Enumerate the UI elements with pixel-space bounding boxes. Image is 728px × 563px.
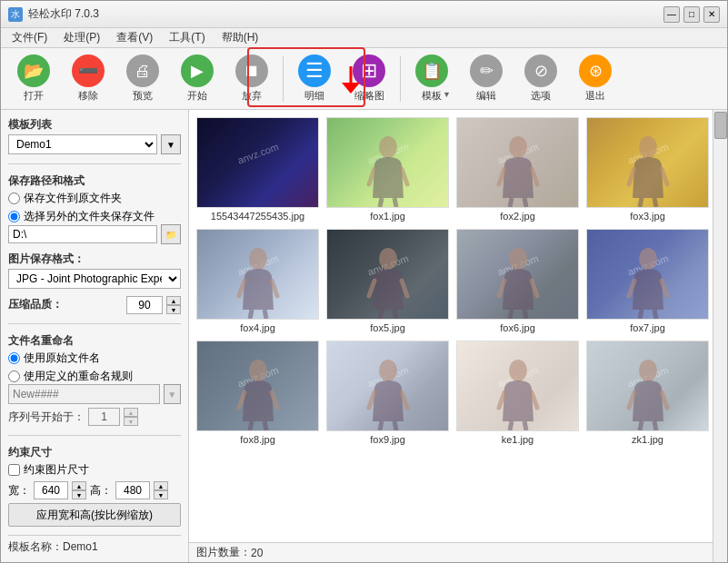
image-filename: 15543447255435.jpg [211, 211, 304, 222]
preview-button[interactable]: 🖨 预览 [117, 53, 168, 105]
format-select[interactable]: JPG - Joint Photographic Experts [8, 269, 181, 289]
constraint-checkbox[interactable] [8, 464, 20, 476]
image-filename: fox6.jpg [500, 322, 535, 333]
template-select[interactable]: Demo1 [8, 134, 157, 154]
menu-file[interactable]: 文件(F) [5, 28, 55, 47]
list-item[interactable]: anvz.com fox5.jpg [326, 229, 449, 333]
sequence-row: 序列号开始于： ▲ ▼ [8, 408, 181, 426]
svg-point-17 [249, 248, 267, 270]
menu-view[interactable]: 查看(V) [109, 28, 160, 47]
start-icon: ▶ [181, 54, 214, 87]
rename-option1-item[interactable]: 使用原始文件名 [8, 351, 181, 366]
list-item[interactable]: anvz.com fox3.jpg [586, 117, 709, 222]
rename-option1-radio[interactable] [8, 352, 20, 364]
preview-label: 预览 [133, 89, 153, 103]
template-dropdown-btn[interactable]: ▼ [161, 134, 181, 154]
save-option2-radio[interactable] [8, 211, 20, 222]
template-icon: 📋 [415, 54, 448, 87]
rename-option2-item[interactable]: 使用定义的重命名规则 [8, 369, 181, 384]
start-button[interactable]: ▶ 开始 [172, 53, 223, 105]
image-filename: fox9.jpg [370, 434, 405, 445]
constraint-check-item[interactable]: 约束图片尺寸 [8, 462, 181, 478]
quit-button[interactable]: ⊛ 退出 [570, 53, 621, 105]
menu-tools[interactable]: 工具(T) [162, 28, 212, 47]
height-label: 高： [90, 483, 112, 499]
quit-label: 退出 [585, 89, 605, 103]
path-input[interactable] [8, 225, 157, 243]
quality-down[interactable]: ▼ [166, 305, 181, 314]
quality-input[interactable] [126, 296, 163, 314]
list-item[interactable]: anvz.com fox7.jpg [586, 229, 709, 333]
browse-button[interactable]: 📁 [161, 224, 181, 244]
image-filename: fox7.jpg [630, 322, 665, 333]
start-label: 开始 [187, 89, 207, 103]
watermark-overlay: anvz.com [235, 141, 279, 165]
app-icon: 水 [8, 7, 23, 22]
scrollbar-vertical[interactable] [713, 110, 727, 562]
list-item[interactable]: anvz.com fox4.jpg [196, 229, 319, 333]
person-figure [625, 246, 671, 319]
list-item[interactable]: anvz.com fox1.jpg [326, 117, 449, 222]
width-down[interactable]: ▼ [72, 490, 86, 499]
save-option1-radio[interactable] [8, 193, 20, 204]
image-count-label: 图片数量： [196, 545, 251, 560]
svg-line-50 [510, 421, 512, 430]
svg-line-31 [524, 310, 526, 319]
width-up[interactable]: ▲ [72, 481, 86, 490]
image-filename: fox2.jpg [500, 211, 535, 222]
svg-line-16 [654, 198, 656, 207]
stop-button[interactable]: ⏹ 放弃 [226, 53, 277, 105]
image-filename: fox8.jpg [240, 434, 275, 445]
menu-help[interactable]: 帮助(H) [214, 28, 266, 47]
menu-process[interactable]: 处理(P) [56, 28, 107, 47]
app-title: 轻松水印 7.0.3 [28, 6, 99, 22]
height-input[interactable] [115, 481, 150, 499]
save-option2-item[interactable]: 选择另外的文件夹保存文件 [8, 209, 181, 224]
open-label: 打开 [24, 89, 44, 103]
list-item[interactable]: anvz.com zk1.jpg [586, 341, 709, 445]
apply-button[interactable]: 应用宽和高(按比例缩放) [8, 503, 181, 527]
height-up[interactable]: ▲ [154, 481, 168, 490]
save-path-label: 保存路径和格式 [8, 173, 181, 189]
svg-line-51 [524, 421, 526, 430]
list-item[interactable]: anvz.com fox6.jpg [456, 229, 579, 333]
save-option1-item[interactable]: 保存文件到原文件夹 [8, 191, 181, 206]
svg-line-25 [380, 310, 382, 319]
remove-button[interactable]: ➖ 移除 [63, 53, 114, 105]
svg-line-55 [640, 421, 642, 430]
constraint-label: 约束尺寸 [8, 445, 181, 460]
quality-up[interactable]: ▲ [166, 296, 181, 305]
right-panel: anvz.com15543447255435.jpganvz.com fox1.… [189, 110, 713, 562]
list-item[interactable]: anvz.com ke1.jpg [456, 341, 579, 445]
quit-icon: ⊛ [579, 54, 612, 87]
list-item[interactable]: anvz.com fox9.jpg [326, 341, 449, 445]
svg-point-52 [639, 360, 657, 381]
remove-label: 移除 [78, 89, 98, 103]
pattern-input [8, 384, 160, 404]
edit-button[interactable]: ✏ 编辑 [461, 53, 512, 105]
svg-line-20 [250, 310, 252, 319]
list-item[interactable]: anvz.com fox2.jpg [456, 117, 579, 222]
svg-line-46 [394, 421, 396, 430]
save-option1-label: 保存文件到原文件夹 [24, 191, 122, 206]
thumbnail-button[interactable]: ⊞ 缩略图 [344, 53, 394, 105]
minimize-button[interactable]: — [663, 6, 680, 23]
seq-up: ▲ [124, 408, 138, 417]
height-down[interactable]: ▼ [154, 490, 168, 499]
close-button[interactable]: ✕ [703, 6, 720, 23]
rename-option2-radio[interactable] [8, 370, 20, 382]
rename-section: 文件名重命名 使用原始文件名 使用定义的重命名规则 ▼ [8, 333, 181, 426]
maximize-button[interactable]: □ [683, 6, 700, 23]
image-grid-container[interactable]: anvz.com15543447255435.jpganvz.com fox1.… [189, 110, 713, 542]
toolbar-separator-1 [283, 56, 284, 102]
list-item[interactable]: anvz.com fox8.jpg [196, 341, 319, 445]
detail-icon: ☰ [298, 54, 331, 87]
options-button[interactable]: ⊘ 选项 [515, 53, 566, 105]
width-input[interactable] [34, 481, 68, 499]
open-button[interactable]: 📂 打开 [8, 53, 59, 105]
list-item[interactable]: anvz.com15543447255435.jpg [196, 117, 319, 222]
template-button[interactable]: 📋 模板 ▼ [406, 53, 457, 105]
svg-line-41 [264, 421, 266, 430]
detail-button[interactable]: ☰ 明细 [289, 53, 340, 105]
menu-bar: 文件(F) 处理(P) 查看(V) 工具(T) 帮助(H) [1, 28, 727, 48]
